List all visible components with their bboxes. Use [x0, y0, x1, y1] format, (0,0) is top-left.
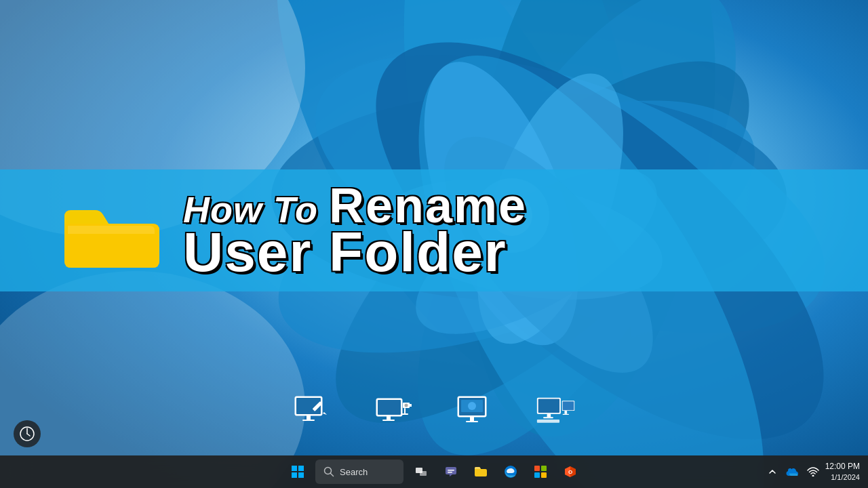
svg-rect-37: [470, 417, 474, 421]
wifi-icon: [807, 467, 819, 476]
desktop-icon-monitor-pen[interactable]: [292, 393, 332, 430]
svg-point-40: [468, 402, 476, 410]
svg-rect-38: [466, 421, 478, 422]
office-button[interactable]: O: [557, 458, 584, 485]
svg-rect-47: [564, 411, 567, 414]
chat-icon: [444, 465, 458, 479]
svg-rect-65: [534, 466, 540, 471]
svg-rect-54: [298, 466, 304, 471]
wifi-button[interactable]: [805, 464, 821, 480]
svg-rect-55: [292, 472, 297, 478]
search-icon: [323, 466, 334, 477]
task-view-icon: [415, 466, 427, 478]
svg-text:O: O: [568, 469, 572, 475]
clock-date: 1/1/2024: [831, 472, 860, 482]
taskbar: Search: [0, 455, 868, 488]
clock-button[interactable]: 12:00 PM 1/1/2024: [825, 462, 863, 482]
desktop: How To Rename User Folder: [0, 0, 868, 488]
svg-rect-27: [378, 400, 401, 415]
user-folder-text: User Folder: [183, 224, 527, 280]
monitor-pen-icon: [292, 393, 332, 430]
chevron-up-icon: [768, 468, 776, 476]
desktop-icon-monitor-camera[interactable]: [373, 393, 414, 430]
svg-rect-66: [541, 466, 547, 471]
store-icon: [534, 465, 547, 479]
search-label: Search: [340, 467, 368, 477]
svg-rect-60: [420, 471, 427, 476]
svg-marker-25: [323, 412, 327, 415]
svg-rect-28: [387, 416, 391, 420]
svg-rect-48: [563, 414, 569, 415]
office-icon: O: [564, 465, 577, 479]
title-text: How To Rename User Folder: [183, 181, 527, 280]
onedrive-icon: [786, 467, 800, 476]
svg-rect-32: [409, 404, 412, 407]
folder-icon: [54, 186, 163, 274]
svg-rect-46: [563, 401, 574, 410]
monitor-basic-icon: [454, 393, 495, 430]
chat-button[interactable]: [437, 458, 465, 485]
desktop-icons: [292, 393, 576, 430]
svg-line-52: [27, 434, 30, 436]
svg-rect-23: [302, 420, 315, 421]
svg-rect-34: [401, 413, 408, 415]
svg-rect-29: [382, 420, 395, 421]
edge-icon: [504, 465, 517, 479]
start-button[interactable]: [284, 458, 311, 485]
clock-time: 12:00 PM: [825, 462, 860, 472]
file-explorer-button[interactable]: [467, 458, 494, 485]
onedrive-button[interactable]: [785, 464, 801, 480]
svg-rect-22: [307, 415, 311, 420]
store-button[interactable]: [527, 458, 554, 485]
svg-rect-68: [541, 472, 547, 478]
task-view-button[interactable]: [408, 458, 435, 485]
recording-indicator: [14, 420, 41, 447]
svg-rect-62: [448, 470, 454, 471]
banner-overlay: How To Rename User Folder: [0, 169, 868, 291]
svg-point-31: [405, 404, 408, 407]
svg-rect-43: [547, 414, 551, 418]
monitor-camera-icon: [373, 393, 414, 430]
search-button[interactable]: Search: [315, 460, 403, 484]
svg-rect-56: [298, 472, 304, 478]
taskbar-center: Search: [284, 458, 584, 485]
system-tray: 12:00 PM 1/1/2024: [764, 455, 868, 488]
svg-rect-53: [292, 466, 297, 471]
file-explorer-icon: [474, 466, 488, 478]
desktop-icon-computer-setup[interactable]: [536, 393, 576, 430]
computer-setup-icon: [536, 393, 576, 430]
svg-point-70: [812, 475, 814, 477]
svg-line-58: [331, 474, 334, 476]
svg-rect-44: [543, 417, 553, 418]
svg-rect-49: [537, 420, 559, 423]
svg-rect-63: [448, 472, 452, 473]
svg-rect-42: [538, 399, 559, 413]
edge-button[interactable]: [497, 458, 524, 485]
show-hidden-icons-button[interactable]: [764, 464, 781, 480]
svg-rect-67: [534, 472, 540, 478]
desktop-icon-monitor-basic[interactable]: [454, 393, 495, 430]
